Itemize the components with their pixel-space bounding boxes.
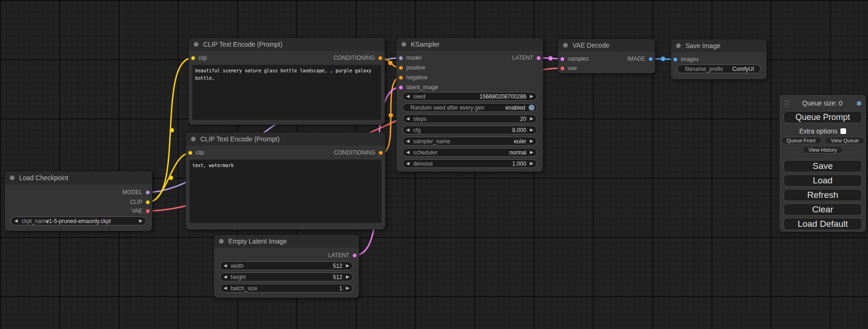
widget-value: 8.000 (512, 127, 526, 133)
increment-arrow-icon[interactable]: ▶ (530, 94, 533, 98)
widget-label: denoise (413, 161, 433, 167)
increment-arrow-icon[interactable]: ▶ (346, 275, 349, 279)
collapse-dot-icon[interactable] (402, 42, 406, 47)
decrement-arrow-icon[interactable]: ◀ (224, 264, 227, 268)
input-slot-vae: vae (560, 63, 577, 73)
decrement-arrow-icon[interactable]: ◀ (224, 275, 227, 279)
widget-seed[interactable]: ◀ seed 156680208700286 ▶ (402, 92, 537, 101)
latent-image-input-dot[interactable] (399, 85, 403, 90)
queue-prompt-button[interactable]: Queue Prompt (783, 111, 862, 123)
node-vae-decode[interactable]: VAE Decode samples vae IMAGE (558, 39, 655, 73)
history-row: View History (779, 146, 866, 154)
widget-filename-prefix[interactable]: filename_prefix ComfyUI (677, 64, 761, 73)
node-empty-latent-image[interactable]: Empty Latent Image LATENT ◀ width 512 ▶ … (214, 235, 359, 298)
widget-cfg[interactable]: ◀ cfg 8.000 ▶ (402, 126, 537, 134)
widget-random-seed-toggle[interactable]: Random seed after every gen enabled (402, 103, 537, 112)
widget-value: euler (514, 138, 526, 145)
slot-label: positive (406, 64, 425, 71)
slot-label: LATENT (512, 55, 533, 61)
graph-canvas[interactable]: Load Checkpoint MODEL CLIP VAE ◀ ckpt_na… (0, 0, 868, 329)
collapse-dot-icon[interactable] (191, 137, 196, 141)
slot-label: vae (568, 65, 577, 71)
model-input-dot[interactable] (399, 56, 403, 60)
increment-arrow-icon[interactable]: ▶ (530, 150, 533, 154)
node-title: Load Checkpoint (19, 174, 68, 182)
node-title-bar[interactable]: KSampler (396, 38, 543, 51)
collapse-dot-icon[interactable] (10, 175, 14, 180)
increment-arrow-icon[interactable]: ▶ (530, 117, 533, 121)
widget-height[interactable]: ◀ height 512 ▶ (220, 273, 353, 281)
save-button[interactable]: Save (783, 160, 862, 172)
decrement-arrow-icon[interactable]: ◀ (406, 117, 409, 121)
increment-arrow-icon[interactable]: ▶ (530, 139, 533, 143)
widget-steps[interactable]: ◀ steps 20 ▶ (402, 114, 537, 123)
view-queue-button[interactable]: View Queue (825, 137, 865, 144)
node-title-bar[interactable]: VAE Decode (558, 39, 655, 52)
node-title-bar[interactable]: Load Checkpoint (5, 171, 152, 184)
latent-output-dot[interactable] (353, 253, 357, 258)
vae-output-dot[interactable] (146, 209, 150, 213)
node-save-image[interactable]: Save Image images filename_prefix ComfyU… (671, 39, 767, 79)
node-ksampler[interactable]: KSampler model positive negative latent_… (396, 38, 543, 172)
node-clip-text-encode-positive[interactable]: CLIP Text Encode (Prompt) clip CONDITION… (189, 38, 385, 125)
clip-output-dot[interactable] (146, 200, 150, 204)
widget-width[interactable]: ◀ width 512 ▶ (220, 261, 353, 270)
load-button[interactable]: Load (783, 175, 862, 187)
decrement-arrow-icon[interactable]: ◀ (406, 150, 409, 154)
collapse-dot-icon[interactable] (219, 239, 224, 244)
extra-options-row: Extra options (779, 127, 866, 135)
clear-button[interactable]: Clear (783, 203, 862, 216)
vae-input-dot[interactable] (560, 66, 565, 70)
link-midpoint-dot (169, 128, 174, 133)
negative-input-dot[interactable] (399, 76, 403, 80)
collapse-dot-icon[interactable] (563, 43, 568, 48)
widget-denoise[interactable]: ◀ denoise 1.000 ▶ (402, 159, 537, 168)
node-load-checkpoint[interactable]: Load Checkpoint MODEL CLIP VAE ◀ ckpt_na… (5, 171, 152, 231)
clip-input-dot[interactable] (188, 151, 192, 155)
node-title-bar[interactable]: Empty Latent Image (214, 235, 359, 248)
widget-scheduler[interactable]: ◀ scheduler normal ▶ (402, 148, 537, 157)
widget-value: v1-5-pruned-emaonly.ckpt (11, 218, 146, 224)
output-slot-latent: LATENT (328, 251, 357, 260)
latent-output-dot[interactable] (536, 56, 541, 60)
decrement-arrow-icon[interactable]: ◀ (406, 139, 409, 143)
widget-ckpt-name[interactable]: ◀ ckpt_name v1-5-pruned-emaonly.ckpt ▶ (11, 217, 146, 225)
decrement-arrow-icon[interactable]: ◀ (406, 128, 409, 132)
increment-arrow-icon[interactable]: ▶ (346, 286, 349, 290)
node-title-bar[interactable]: CLIP Text Encode (Prompt) (186, 133, 385, 146)
increment-arrow-icon[interactable]: ▶ (530, 128, 533, 132)
increment-arrow-icon[interactable]: ▶ (346, 264, 349, 268)
samples-input-dot[interactable] (560, 57, 565, 61)
drag-handle-icon[interactable] (784, 99, 789, 107)
slot-label: LATENT (328, 252, 349, 259)
model-output-dot[interactable] (146, 190, 150, 195)
refresh-button[interactable]: Refresh (783, 189, 862, 201)
widget-batch-size[interactable]: ◀ batch_size 1 ▶ (220, 284, 353, 293)
conditioning-output-dot[interactable] (378, 56, 382, 60)
view-history-button[interactable]: View History (803, 146, 843, 154)
positive-input-dot[interactable] (399, 66, 403, 70)
widget-label: height (231, 274, 246, 280)
decrement-arrow-icon[interactable]: ◀ (224, 286, 227, 290)
decrement-arrow-icon[interactable]: ◀ (406, 94, 409, 98)
decrement-arrow-icon[interactable]: ◀ (406, 161, 409, 166)
image-output-dot[interactable] (649, 57, 653, 61)
toggle-knob[interactable] (529, 105, 535, 111)
clip-input-dot[interactable] (191, 56, 195, 60)
node-title-bar[interactable]: CLIP Text Encode (Prompt) (189, 38, 385, 51)
node-title-bar[interactable]: Save Image (671, 39, 767, 52)
conditioning-output-dot[interactable] (379, 151, 383, 155)
collapse-dot-icon[interactable] (194, 42, 198, 47)
widget-sampler-name[interactable]: ◀ sampler_name euler ▶ (402, 137, 537, 146)
negative-prompt-textarea[interactable]: text, watermark (190, 160, 381, 223)
slot-label: MODEL (122, 189, 142, 196)
positive-prompt-textarea[interactable]: beautiful scenery nature glass bottle la… (192, 65, 381, 120)
load-default-button[interactable]: Load Default (783, 218, 862, 230)
settings-gear-icon[interactable]: ✱ (856, 100, 862, 107)
images-input-dot[interactable] (673, 57, 677, 62)
queue-front-button[interactable]: Queue Front (781, 137, 822, 144)
node-clip-text-encode-negative[interactable]: CLIP Text Encode (Prompt) clip CONDITION… (186, 133, 385, 230)
extra-options-checkbox[interactable] (840, 128, 846, 134)
collapse-dot-icon[interactable] (676, 43, 681, 48)
increment-arrow-icon[interactable]: ▶ (530, 161, 533, 166)
